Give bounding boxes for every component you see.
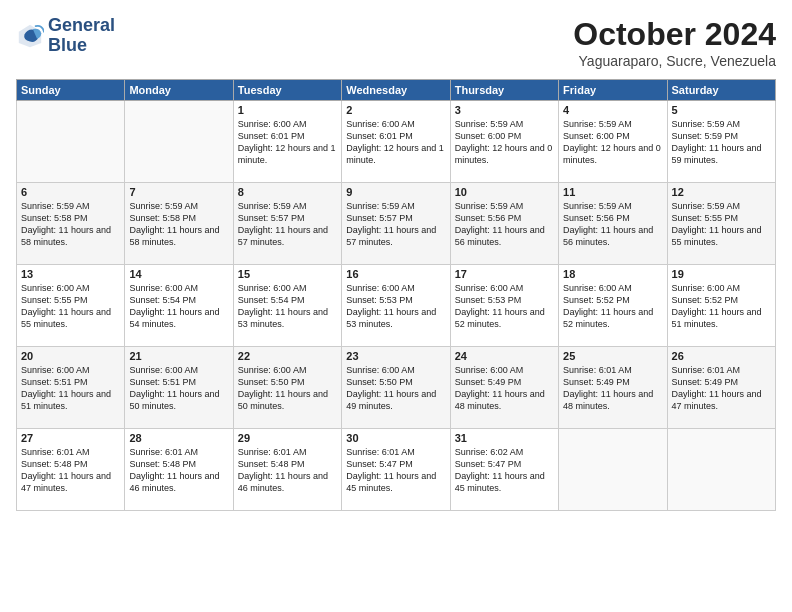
day-number: 3 <box>455 104 554 116</box>
day-number: 13 <box>21 268 120 280</box>
cell-info: Daylight: 12 hours and 0 minutes. <box>455 142 554 166</box>
cell-info: Sunset: 5:47 PM <box>346 458 445 470</box>
weekday-header: Wednesday <box>342 80 450 101</box>
calendar-cell: 14Sunrise: 6:00 AMSunset: 5:54 PMDayligh… <box>125 265 233 347</box>
calendar-cell: 29Sunrise: 6:01 AMSunset: 5:48 PMDayligh… <box>233 429 341 511</box>
location: Yaguaraparo, Sucre, Venezuela <box>573 53 776 69</box>
cell-info: Sunrise: 6:01 AM <box>238 446 337 458</box>
day-number: 27 <box>21 432 120 444</box>
cell-info: Sunset: 5:58 PM <box>21 212 120 224</box>
calendar-week-row: 20Sunrise: 6:00 AMSunset: 5:51 PMDayligh… <box>17 347 776 429</box>
cell-info: Sunset: 5:48 PM <box>238 458 337 470</box>
calendar-cell: 5Sunrise: 5:59 AMSunset: 5:59 PMDaylight… <box>667 101 775 183</box>
day-number: 24 <box>455 350 554 362</box>
cell-info: Daylight: 11 hours and 56 minutes. <box>563 224 662 248</box>
cell-info: Daylight: 11 hours and 47 minutes. <box>21 470 120 494</box>
calendar-cell: 6Sunrise: 5:59 AMSunset: 5:58 PMDaylight… <box>17 183 125 265</box>
cell-info: Sunrise: 5:59 AM <box>238 200 337 212</box>
cell-info: Sunset: 5:53 PM <box>455 294 554 306</box>
logo: General Blue <box>16 16 115 56</box>
cell-info: Daylight: 11 hours and 48 minutes. <box>563 388 662 412</box>
calendar-cell: 13Sunrise: 6:00 AMSunset: 5:55 PMDayligh… <box>17 265 125 347</box>
cell-info: Daylight: 11 hours and 55 minutes. <box>21 306 120 330</box>
calendar-cell: 1Sunrise: 6:00 AMSunset: 6:01 PMDaylight… <box>233 101 341 183</box>
day-number: 4 <box>563 104 662 116</box>
day-number: 26 <box>672 350 771 362</box>
cell-info: Daylight: 11 hours and 55 minutes. <box>672 224 771 248</box>
logo-line1: General <box>48 16 115 36</box>
calendar-cell <box>125 101 233 183</box>
cell-info: Sunset: 6:00 PM <box>455 130 554 142</box>
cell-info: Daylight: 12 hours and 1 minute. <box>346 142 445 166</box>
day-number: 15 <box>238 268 337 280</box>
day-number: 8 <box>238 186 337 198</box>
calendar-cell: 3Sunrise: 5:59 AMSunset: 6:00 PMDaylight… <box>450 101 558 183</box>
calendar-cell: 2Sunrise: 6:00 AMSunset: 6:01 PMDaylight… <box>342 101 450 183</box>
cell-info: Sunset: 5:54 PM <box>129 294 228 306</box>
cell-info: Sunrise: 5:59 AM <box>563 200 662 212</box>
calendar-cell: 7Sunrise: 5:59 AMSunset: 5:58 PMDaylight… <box>125 183 233 265</box>
day-number: 17 <box>455 268 554 280</box>
calendar-cell: 27Sunrise: 6:01 AMSunset: 5:48 PMDayligh… <box>17 429 125 511</box>
calendar-cell: 25Sunrise: 6:01 AMSunset: 5:49 PMDayligh… <box>559 347 667 429</box>
day-number: 1 <box>238 104 337 116</box>
cell-info: Sunrise: 6:01 AM <box>672 364 771 376</box>
cell-info: Daylight: 11 hours and 50 minutes. <box>129 388 228 412</box>
cell-info: Daylight: 11 hours and 54 minutes. <box>129 306 228 330</box>
weekday-header: Thursday <box>450 80 558 101</box>
cell-info: Sunrise: 6:00 AM <box>129 364 228 376</box>
cell-info: Sunrise: 6:00 AM <box>455 282 554 294</box>
cell-info: Sunrise: 6:00 AM <box>238 118 337 130</box>
title-block: October 2024 Yaguaraparo, Sucre, Venezue… <box>573 16 776 69</box>
cell-info: Sunset: 5:56 PM <box>563 212 662 224</box>
calendar-cell: 30Sunrise: 6:01 AMSunset: 5:47 PMDayligh… <box>342 429 450 511</box>
day-number: 31 <box>455 432 554 444</box>
cell-info: Sunrise: 6:00 AM <box>129 282 228 294</box>
day-number: 12 <box>672 186 771 198</box>
cell-info: Daylight: 11 hours and 47 minutes. <box>672 388 771 412</box>
day-number: 2 <box>346 104 445 116</box>
logo-line2: Blue <box>48 36 115 56</box>
cell-info: Sunset: 5:55 PM <box>21 294 120 306</box>
calendar-week-row: 27Sunrise: 6:01 AMSunset: 5:48 PMDayligh… <box>17 429 776 511</box>
header-row: SundayMondayTuesdayWednesdayThursdayFrid… <box>17 80 776 101</box>
page: General Blue October 2024 Yaguaraparo, S… <box>0 0 792 612</box>
cell-info: Sunset: 5:57 PM <box>238 212 337 224</box>
cell-info: Sunset: 5:50 PM <box>238 376 337 388</box>
cell-info: Daylight: 11 hours and 46 minutes. <box>129 470 228 494</box>
cell-info: Daylight: 11 hours and 52 minutes. <box>563 306 662 330</box>
day-number: 9 <box>346 186 445 198</box>
cell-info: Sunset: 5:49 PM <box>563 376 662 388</box>
weekday-header: Saturday <box>667 80 775 101</box>
calendar-cell: 9Sunrise: 5:59 AMSunset: 5:57 PMDaylight… <box>342 183 450 265</box>
cell-info: Sunset: 5:49 PM <box>672 376 771 388</box>
cell-info: Sunset: 5:50 PM <box>346 376 445 388</box>
day-number: 14 <box>129 268 228 280</box>
cell-info: Sunrise: 5:59 AM <box>672 200 771 212</box>
day-number: 21 <box>129 350 228 362</box>
cell-info: Sunset: 5:54 PM <box>238 294 337 306</box>
cell-info: Daylight: 11 hours and 52 minutes. <box>455 306 554 330</box>
cell-info: Sunrise: 5:59 AM <box>455 118 554 130</box>
cell-info: Sunrise: 6:00 AM <box>672 282 771 294</box>
day-number: 16 <box>346 268 445 280</box>
cell-info: Daylight: 11 hours and 45 minutes. <box>346 470 445 494</box>
calendar-cell: 17Sunrise: 6:00 AMSunset: 5:53 PMDayligh… <box>450 265 558 347</box>
cell-info: Sunrise: 5:59 AM <box>21 200 120 212</box>
calendar-week-row: 13Sunrise: 6:00 AMSunset: 5:55 PMDayligh… <box>17 265 776 347</box>
calendar-cell: 18Sunrise: 6:00 AMSunset: 5:52 PMDayligh… <box>559 265 667 347</box>
cell-info: Daylight: 11 hours and 45 minutes. <box>455 470 554 494</box>
day-number: 30 <box>346 432 445 444</box>
day-number: 11 <box>563 186 662 198</box>
cell-info: Daylight: 11 hours and 57 minutes. <box>238 224 337 248</box>
day-number: 10 <box>455 186 554 198</box>
cell-info: Sunrise: 6:02 AM <box>455 446 554 458</box>
day-number: 18 <box>563 268 662 280</box>
weekday-header: Sunday <box>17 80 125 101</box>
cell-info: Sunrise: 5:59 AM <box>455 200 554 212</box>
cell-info: Daylight: 12 hours and 1 minute. <box>238 142 337 166</box>
day-number: 7 <box>129 186 228 198</box>
cell-info: Daylight: 12 hours and 0 minutes. <box>563 142 662 166</box>
calendar-week-row: 1Sunrise: 6:00 AMSunset: 6:01 PMDaylight… <box>17 101 776 183</box>
cell-info: Sunset: 5:49 PM <box>455 376 554 388</box>
